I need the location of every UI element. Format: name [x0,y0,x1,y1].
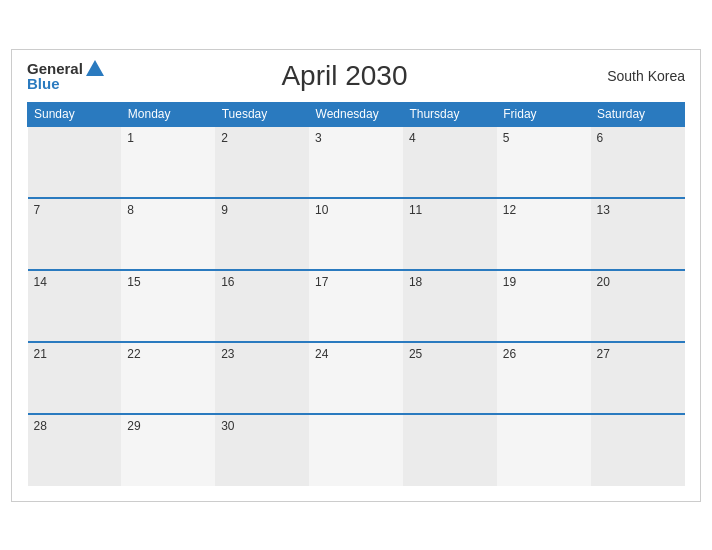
calendar-cell: 16 [215,270,309,342]
header-thursday: Thursday [403,102,497,126]
calendar-cell: 29 [121,414,215,486]
calendar-cell: 30 [215,414,309,486]
calendar-cell: 4 [403,126,497,198]
calendar-cell: 17 [309,270,403,342]
calendar-cell: 10 [309,198,403,270]
calendar-cell [497,414,591,486]
calendar-cell: 6 [591,126,685,198]
calendar-title: April 2030 [104,60,585,92]
calendar-cell: 25 [403,342,497,414]
table-row: 78910111213 [28,198,685,270]
table-row: 282930 [28,414,685,486]
calendar-cell: 24 [309,342,403,414]
calendar-cell: 15 [121,270,215,342]
logo: General Blue [27,60,104,91]
calendar-cell: 3 [309,126,403,198]
calendar-cell: 8 [121,198,215,270]
header-monday: Monday [121,102,215,126]
calendar-cell [591,414,685,486]
calendar-cell: 12 [497,198,591,270]
calendar-cell [28,126,122,198]
calendar-table: Sunday Monday Tuesday Wednesday Thursday… [27,102,685,486]
header-sunday: Sunday [28,102,122,126]
logo-triangle-icon [86,60,104,76]
calendar-cell: 7 [28,198,122,270]
calendar-cell: 20 [591,270,685,342]
logo-general-text: General [27,61,83,76]
header-saturday: Saturday [591,102,685,126]
calendar-cell: 9 [215,198,309,270]
calendar-cell [309,414,403,486]
calendar-cell: 2 [215,126,309,198]
table-row: 14151617181920 [28,270,685,342]
table-row: 21222324252627 [28,342,685,414]
calendar-cell: 19 [497,270,591,342]
calendar-cell: 13 [591,198,685,270]
calendar-cell: 21 [28,342,122,414]
header-wednesday: Wednesday [309,102,403,126]
region-label: South Korea [585,68,685,84]
calendar-cell: 1 [121,126,215,198]
calendar-cell: 14 [28,270,122,342]
day-header-row: Sunday Monday Tuesday Wednesday Thursday… [28,102,685,126]
calendar-cell [403,414,497,486]
table-row: 123456 [28,126,685,198]
calendar-header: General Blue April 2030 South Korea [27,60,685,92]
calendar-cell: 23 [215,342,309,414]
header-friday: Friday [497,102,591,126]
calendar-container: General Blue April 2030 South Korea Sund… [11,49,701,502]
logo-blue-text: Blue [27,76,60,91]
calendar-cell: 11 [403,198,497,270]
calendar-cell: 18 [403,270,497,342]
header-tuesday: Tuesday [215,102,309,126]
calendar-cell: 5 [497,126,591,198]
calendar-cell: 27 [591,342,685,414]
calendar-cell: 26 [497,342,591,414]
calendar-cell: 22 [121,342,215,414]
calendar-cell: 28 [28,414,122,486]
